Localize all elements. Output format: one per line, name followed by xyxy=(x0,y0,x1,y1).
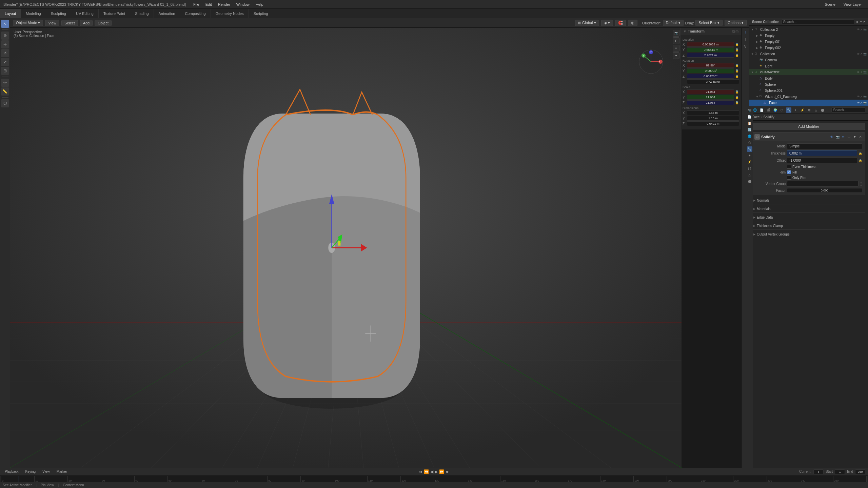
props-icon-scene[interactable]: 🔢 xyxy=(747,127,752,133)
tl-keying[interactable]: Keying xyxy=(23,469,38,474)
offset-value[interactable]: -1.0000 xyxy=(787,158,857,163)
scale-y-lock[interactable]: 🔒 xyxy=(735,96,739,99)
prop-icon-world[interactable]: 🌍 xyxy=(772,107,778,113)
fill-checkbox[interactable] xyxy=(787,170,791,174)
location-z[interactable]: 2.9821 m xyxy=(687,53,734,58)
prop-icon-particles[interactable]: ✦ xyxy=(793,107,798,113)
prop-icon-modifier[interactable]: 🔧 xyxy=(786,107,791,113)
tree-item-body[interactable]: △ Body xyxy=(749,75,868,81)
tl-playback[interactable]: Playback xyxy=(3,469,21,474)
viewport-3d[interactable]: User Perspective (6) Scene Collection | … xyxy=(10,28,682,468)
object-menu[interactable]: Object xyxy=(95,20,112,26)
tool-measure[interactable]: 📏 xyxy=(1,87,9,96)
tool-move[interactable]: ✛ xyxy=(1,40,9,48)
tree-item-wizard-face[interactable]: ▼ □ Wizard_01_Face.svg 👁 ↗ 📷 xyxy=(749,94,868,100)
prop-icon-material[interactable]: ⬤ xyxy=(820,107,825,113)
prop-icon-scene[interactable]: 🌐 xyxy=(752,107,757,113)
vis-collection[interactable]: 👁 xyxy=(857,53,860,56)
current-frame-input[interactable]: 6 xyxy=(813,469,824,474)
props-icon-output[interactable]: 📄 xyxy=(747,114,752,120)
location-y[interactable]: -0.66444 m xyxy=(687,47,734,52)
solidify-close-btn[interactable]: ✕ xyxy=(858,135,863,139)
edge-data-header[interactable]: ▶ Edge Data xyxy=(752,214,865,221)
orientation-selector[interactable]: ⊞ Global ▾ xyxy=(575,20,599,26)
properties-search[interactable] xyxy=(831,107,865,113)
prop-icon-physics[interactable]: ⚡ xyxy=(800,107,805,113)
props-icon-physics-props[interactable]: ⚡ xyxy=(747,159,752,165)
even-thickness-checkbox[interactable] xyxy=(787,165,791,169)
sel-character[interactable]: ↗ xyxy=(860,71,863,74)
select-box-btn[interactable]: Select Box ▾ xyxy=(695,20,723,26)
thickness-clamp-header[interactable]: ▶ Thickness Clamp xyxy=(752,222,865,229)
sel-collection2[interactable]: ↗ xyxy=(860,28,863,31)
factor-slider[interactable]: 0.000 xyxy=(787,188,862,193)
normals-header[interactable]: ▶ Normals xyxy=(752,197,865,204)
overlay-btn[interactable]: ○ xyxy=(673,45,679,52)
view-camera-btn[interactable]: 📷 xyxy=(673,30,679,37)
tree-item-light[interactable]: ☀ Light xyxy=(749,63,868,69)
play-reverse-btn[interactable]: ◀ xyxy=(430,469,433,474)
props-icon-constraints-props[interactable]: ⛓ xyxy=(747,166,752,171)
tl-marker[interactable]: Marker xyxy=(55,469,69,474)
tree-item-camera[interactable]: 📷 Camera xyxy=(749,57,868,63)
rotation-z[interactable]: 0.004205° xyxy=(687,74,734,79)
scale-z[interactable]: 21.064 xyxy=(687,100,734,105)
tree-item-empty002[interactable]: ▶ ⊕ Empty.002 xyxy=(749,45,868,51)
ren-collection2[interactable]: 📷 xyxy=(863,28,867,31)
rotation-y-lock[interactable]: 🔒 xyxy=(735,69,739,73)
dim-z[interactable]: 0.0421 m xyxy=(687,121,739,126)
scale-y[interactable]: 21.064 xyxy=(687,95,734,100)
tool-scale[interactable]: ⤢ xyxy=(1,58,9,66)
tree-item-sphere[interactable]: ○ Sphere xyxy=(749,81,868,87)
outliner-add-btn[interactable]: + xyxy=(860,20,862,24)
menu-file[interactable]: File xyxy=(191,2,202,7)
tab-uv-editing[interactable]: UV Editing xyxy=(71,9,99,18)
tab-texture-paint[interactable]: Texture Paint xyxy=(99,9,130,18)
mode-value[interactable]: Simple xyxy=(787,143,862,149)
menu-render[interactable]: Render xyxy=(215,2,233,7)
rotation-y[interactable]: -0.00001° xyxy=(687,68,734,73)
prop-icon-object[interactable]: ⬡ xyxy=(779,107,785,113)
menu-help[interactable]: Help xyxy=(253,2,266,7)
tool-cursor[interactable]: ⊕ xyxy=(1,32,9,40)
prop-icon-constraints[interactable]: ⛓ xyxy=(806,107,812,113)
vertex-group-input[interactable] xyxy=(787,181,859,187)
tree-item-collection[interactable]: ▼ □ Collection 👁 ↗ 📷 xyxy=(749,51,868,57)
sidebar-icon-tool[interactable]: T xyxy=(742,36,748,42)
vg-arrow-up[interactable]: ▲ xyxy=(860,181,862,184)
select-menu[interactable]: Select xyxy=(61,20,78,26)
vis-face[interactable]: 👁 xyxy=(857,101,860,104)
vis-character[interactable]: 👁 xyxy=(857,71,860,74)
solidify-modifier-header[interactable]: ⬡ Solidify 👁 📷 ✏ ⬡ ▼ ✕ xyxy=(752,133,865,141)
breadcrumb-face[interactable]: Face xyxy=(752,115,760,119)
sidebar-icon-item[interactable]: I xyxy=(742,29,748,35)
solidify-cage-btn[interactable]: ⬡ xyxy=(847,135,851,139)
jump-start-btn[interactable]: ⏮ xyxy=(418,469,422,474)
add-modifier-button[interactable]: Add Modifier xyxy=(752,123,865,130)
tree-item-sphere001[interactable]: ○ Sphere.001 xyxy=(749,87,868,94)
menu-edit[interactable]: Edit xyxy=(203,2,215,7)
props-icon-view-layer[interactable]: 📋 xyxy=(747,121,752,126)
options-btn[interactable]: Options ▾ xyxy=(725,20,747,26)
rotation-x[interactable]: 89.96° xyxy=(687,63,734,68)
add-menu[interactable]: Add xyxy=(80,20,93,26)
dim-y[interactable]: 1.16 m xyxy=(687,116,739,121)
tl-view[interactable]: View xyxy=(40,469,52,474)
vis-collection2[interactable]: 👁 xyxy=(857,28,860,31)
orientation-default[interactable]: Default ▾ xyxy=(663,20,684,26)
menu-window[interactable]: Window xyxy=(234,2,252,7)
solidify-render-btn[interactable]: 📷 xyxy=(835,135,840,139)
rotation-z-lock[interactable]: 🔒 xyxy=(735,75,739,78)
tab-geometry-nodes[interactable]: Geometry Nodes xyxy=(211,9,249,18)
next-keyframe-btn[interactable]: ⏩ xyxy=(439,469,444,474)
snap-toggle[interactable]: 🧲 xyxy=(615,20,626,26)
tree-item-character[interactable]: ▼ □ CHARACTER 👁 ↗ 📷 xyxy=(749,69,868,75)
tab-compositing[interactable]: Compositing xyxy=(180,9,211,18)
sidebar-icon-view[interactable]: V xyxy=(742,43,748,49)
props-icon-particles-props[interactable]: ✦ xyxy=(747,153,752,158)
props-icon-modifier-props[interactable]: 🔧 xyxy=(747,146,752,152)
tab-sculpting[interactable]: Sculpting xyxy=(46,9,71,18)
output-vertex-groups-header[interactable]: ▶ Output Vertex Groups xyxy=(752,230,865,238)
solidify-down-btn[interactable]: ▼ xyxy=(852,135,857,139)
location-z-lock[interactable]: 🔒 xyxy=(735,54,739,57)
